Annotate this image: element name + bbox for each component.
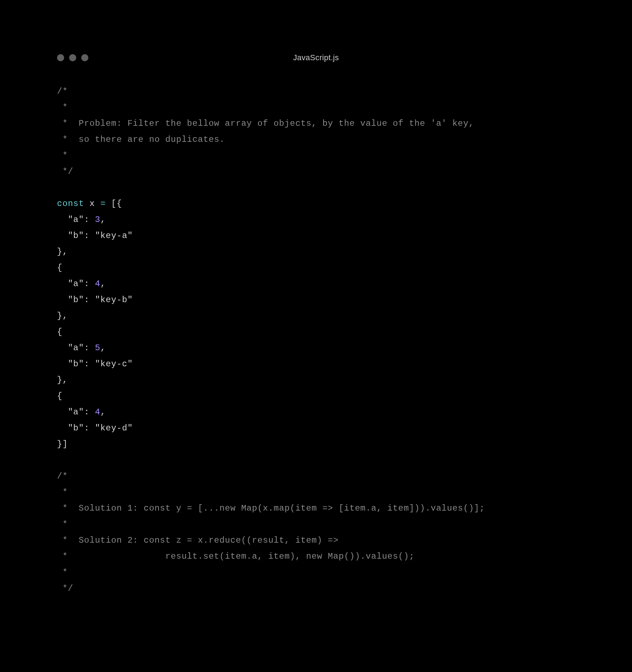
colon: : [84,279,89,289]
window-titlebar: JavaScript.js [57,53,575,62]
string-literal: "key-a" [95,231,133,241]
minimize-icon[interactable] [69,54,76,61]
string-key: "b" [68,423,84,433]
string-key: "b" [68,231,84,241]
code-editor[interactable]: /* * * Problem: Filter the bellow array … [57,83,575,596]
string-literal: "key-c" [95,359,133,369]
operator-equals: = [100,199,106,208]
comment-line: */ [57,167,73,176]
brace-open: { [57,391,62,401]
string-key: "a" [68,407,84,417]
number-literal: 4 [95,407,100,417]
colon: : [84,423,89,433]
comment-line: */ [57,584,73,593]
comment-line: /* [57,87,68,96]
string-key: "b" [68,295,84,305]
string-key: "a" [68,215,84,224]
close-icon[interactable] [57,54,64,61]
string-literal: "key-d" [95,423,133,433]
comment-line: * Solution 2: const z = x.reduce((result… [57,536,339,545]
colon: : [84,231,89,241]
comma: , [100,215,106,224]
colon: : [84,407,89,417]
number-literal: 4 [95,279,100,289]
brace-close-comma: }, [57,311,68,321]
brace-close-comma: }, [57,247,68,257]
colon: : [84,359,89,369]
brace-open: { [57,263,62,273]
comma: , [100,279,106,289]
comment-line: * so there are no duplicates. [57,135,225,144]
string-key: "a" [68,279,84,289]
comment-line: * [57,568,68,577]
comment-line: * result.set(item.a, item), new Map()).v… [57,552,414,561]
window-title: JavaScript.js [293,53,339,62]
bracket-open: [{ [111,199,122,208]
brace-open: { [57,327,62,337]
number-literal: 3 [95,215,100,224]
comment-line: * Solution 1: const y = [...new Map(x.ma… [57,503,485,513]
comment-line: * [57,103,68,112]
comment-line: /* [57,471,68,481]
number-literal: 5 [95,343,100,353]
colon: : [84,215,89,224]
comma: , [100,407,106,417]
string-key: "b" [68,359,84,369]
colon: : [84,343,89,353]
identifier: x [89,199,95,208]
traffic-light-group [57,54,88,61]
zoom-icon[interactable] [81,54,88,61]
string-key: "a" [68,343,84,353]
comment-line: * [57,151,68,160]
comma: , [100,343,106,353]
comment-line: * Problem: Filter the bellow array of ob… [57,119,474,128]
comment-line: * [57,519,68,529]
keyword-const: const [57,199,84,208]
bracket-close: }] [57,439,68,449]
comment-line: * [57,487,68,497]
colon: : [84,295,89,305]
brace-close-comma: }, [57,375,68,385]
string-literal: "key-b" [95,295,133,305]
